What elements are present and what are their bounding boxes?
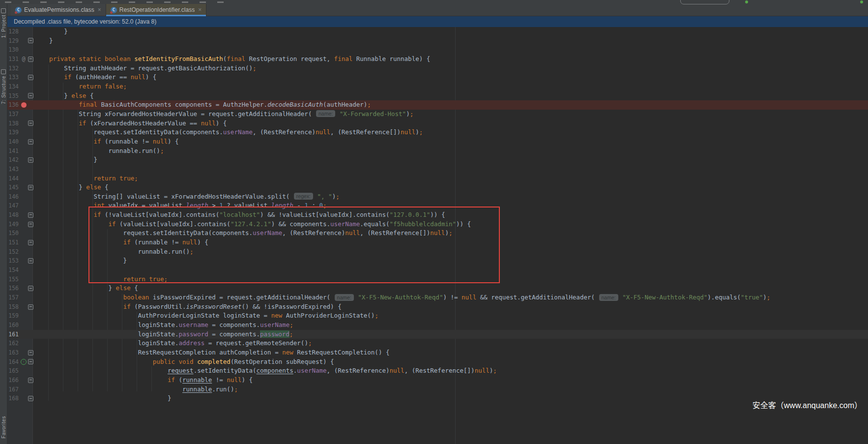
fold-marker-icon[interactable] xyxy=(28,304,33,310)
code-line[interactable]: return false; xyxy=(33,82,868,91)
fold-marker-icon[interactable] xyxy=(28,240,33,245)
close-icon[interactable]: × xyxy=(198,6,202,13)
line-number[interactable]: 168 xyxy=(7,394,20,403)
code-row[interactable]: 130 xyxy=(7,45,868,55)
code-row[interactable]: 164↑ public void completed(RestOperation… xyxy=(7,357,868,367)
line-number[interactable]: 153 xyxy=(7,256,20,266)
code-row[interactable]: 142 } xyxy=(7,155,868,165)
fold-marker-icon[interactable] xyxy=(28,75,33,80)
code-row[interactable]: 131@ private static boolean setIdentityF… xyxy=(7,55,868,64)
line-number[interactable]: 149 xyxy=(7,220,20,229)
line-number[interactable]: 142 xyxy=(7,155,20,165)
code-line[interactable]: request.setIdentityData(components.userN… xyxy=(33,128,868,137)
fold-marker-icon[interactable] xyxy=(28,57,33,62)
code-row[interactable]: 166 if (runnable != null) { xyxy=(7,376,868,385)
code-line[interactable]: loginState.password = components.passwor… xyxy=(33,330,868,339)
tab-evaluatepermissions[interactable]: C EvaluatePermissions.class × xyxy=(11,4,106,16)
code-line[interactable]: } else { xyxy=(33,183,868,192)
code-line[interactable]: runnable.run(); xyxy=(33,147,868,156)
code-row[interactable]: 146 String[] valueList = xForwardedHostH… xyxy=(7,192,868,202)
line-number[interactable]: 131 xyxy=(7,55,20,64)
line-number[interactable]: 130 xyxy=(7,45,20,55)
code-row[interactable]: 132 String authHeader = request.getBasic… xyxy=(7,64,868,73)
line-number[interactable]: 150 xyxy=(7,229,20,238)
line-number[interactable]: 146 xyxy=(7,192,20,202)
line-number[interactable]: 154 xyxy=(7,266,20,275)
line-number[interactable]: 162 xyxy=(7,339,20,348)
code-row[interactable]: 159 AuthProviderLoginState loginState = … xyxy=(7,311,868,321)
line-number[interactable]: 128 xyxy=(7,27,20,36)
fold-marker-icon[interactable] xyxy=(28,185,33,190)
line-number[interactable]: 152 xyxy=(7,247,20,257)
fold-marker-icon[interactable] xyxy=(28,350,33,355)
code-row[interactable]: 141 runnable.run(); xyxy=(7,147,868,156)
code-line[interactable]: String[] valueList = xForwardedHostHeade… xyxy=(33,192,868,202)
sidebar-item-project[interactable]: 1: Project xyxy=(0,7,7,38)
code-row[interactable]: 160 loginState.username = components.use… xyxy=(7,321,868,330)
code-line[interactable]: runnable.run(); xyxy=(33,385,868,394)
code-line[interactable]: } xyxy=(33,394,868,403)
code-line[interactable]: public void completed(RestOperation subR… xyxy=(33,357,868,367)
code-row[interactable]: 168 } xyxy=(7,394,868,403)
code-line[interactable]: } else { xyxy=(33,91,868,101)
code-line[interactable]: } xyxy=(33,36,868,46)
code-row[interactable]: 158 if (PasswordUtil.isPasswordReset() &… xyxy=(7,302,868,312)
code-row[interactable]: 139 request.setIdentityData(components.u… xyxy=(7,128,868,137)
code-row[interactable]: 133 if (authHeader == null) { xyxy=(7,73,868,82)
code-row[interactable]: 163 RestRequestCompletion authCompletion… xyxy=(7,348,868,357)
fold-marker-icon[interactable] xyxy=(28,359,33,364)
code-line[interactable]: loginState.address = request.getRemoteSe… xyxy=(33,339,868,348)
code-row[interactable]: 138 if (xForwardedHostHeaderValue == nul… xyxy=(7,119,868,128)
code-line[interactable]: private static boolean setIdentityFromBa… xyxy=(33,55,868,64)
code-row[interactable]: 167 runnable.run(); xyxy=(7,385,868,394)
line-number[interactable]: 148 xyxy=(7,210,20,220)
run-config-box[interactable] xyxy=(680,0,729,4)
line-number[interactable]: 144 xyxy=(7,174,20,183)
fold-marker-icon[interactable] xyxy=(28,286,33,291)
code-row[interactable]: 137 String xForwardedHostHeaderValue = r… xyxy=(7,110,868,119)
code-row[interactable]: 134 return false; xyxy=(7,82,868,91)
line-number[interactable]: 137 xyxy=(7,110,20,119)
line-number[interactable]: 163 xyxy=(7,348,20,357)
line-number[interactable]: 161 xyxy=(7,330,20,339)
code-line[interactable]: } xyxy=(33,155,868,165)
code-line[interactable]: if (PasswordUtil.isPasswordReset() && !i… xyxy=(33,302,868,312)
code-line[interactable]: if (authHeader == null) { xyxy=(33,73,868,82)
line-number[interactable]: 155 xyxy=(7,275,20,284)
fold-marker-icon[interactable] xyxy=(28,258,33,264)
fold-marker-icon[interactable] xyxy=(28,93,33,98)
code-row[interactable]: 162 loginState.address = request.getRemo… xyxy=(7,339,868,348)
fold-marker-icon[interactable] xyxy=(28,139,33,145)
code-line[interactable]: request.setIdentityData(components.userN… xyxy=(33,366,868,376)
code-row[interactable]: 145 } else { xyxy=(7,183,868,192)
code-line[interactable]: loginState.username = components.userNam… xyxy=(33,321,868,330)
line-number[interactable]: 135 xyxy=(7,91,20,101)
line-number[interactable]: 140 xyxy=(7,137,20,147)
fold-marker-icon[interactable] xyxy=(28,157,33,163)
code-row[interactable]: 157 boolean isPasswordExpired = request.… xyxy=(7,293,868,302)
fold-marker-icon[interactable] xyxy=(28,396,33,401)
code-line[interactable]: if (xForwardedHostHeaderValue == null) { xyxy=(33,119,868,128)
code-line[interactable]: } xyxy=(33,27,868,36)
line-number[interactable]: 159 xyxy=(7,311,20,321)
line-number[interactable]: 166 xyxy=(7,376,20,385)
code-line[interactable]: if (runnable != null) { xyxy=(33,137,868,147)
code-line[interactable]: RestRequestCompletion authCompletion = n… xyxy=(33,348,868,357)
line-number[interactable]: 143 xyxy=(7,165,20,174)
code-line[interactable]: if (runnable != null) { xyxy=(33,376,868,385)
code-line[interactable]: final BasicAuthComponents components = A… xyxy=(33,100,868,110)
line-number[interactable]: 139 xyxy=(7,128,20,137)
sidebar-item-structure[interactable]: 7: Structure xyxy=(0,68,7,104)
line-number[interactable]: 136 xyxy=(7,100,20,110)
code-row[interactable]: 143 xyxy=(7,165,868,174)
fold-marker-icon[interactable] xyxy=(28,38,33,43)
run-icon[interactable] xyxy=(745,0,748,3)
fold-marker-icon[interactable] xyxy=(28,120,33,126)
line-number[interactable]: 156 xyxy=(7,284,20,293)
line-number[interactable]: 147 xyxy=(7,201,20,210)
code-line[interactable]: boolean isPasswordExpired = request.getA… xyxy=(33,293,868,302)
code-row[interactable]: 129 } xyxy=(7,36,868,46)
close-icon[interactable]: × xyxy=(98,6,101,13)
code-row[interactable]: 144 return true; xyxy=(7,174,868,183)
code-row[interactable]: 135 } else { xyxy=(7,91,868,101)
